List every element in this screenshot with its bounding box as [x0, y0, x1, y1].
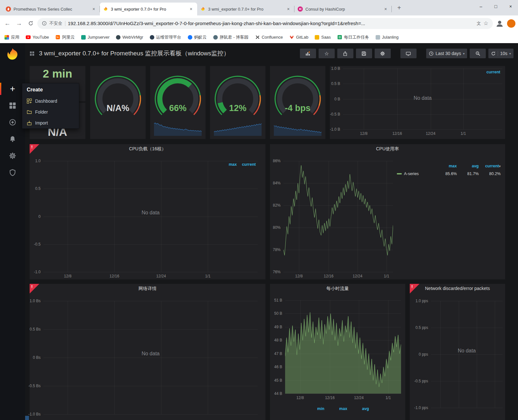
panel-title[interactable]: 每小时流量 [270, 284, 405, 293]
saas-icon [315, 35, 319, 40]
security-label[interactable]: 不安全 [49, 21, 62, 26]
bookmark-daily-tasks[interactable]: 每日工作任务 [337, 34, 369, 40]
time-range-button[interactable]: Last 30 days ▾ [426, 49, 467, 58]
tab-grafana-active[interactable]: 3 wmi_exporter 0.7.0+ for Pro × [100, 3, 197, 15]
legend-item[interactable]: min [317, 406, 324, 411]
save-button[interactable] [356, 49, 372, 58]
graph-legend: maxcurrent [229, 162, 256, 167]
legend-col-current[interactable]: current▾ [479, 164, 501, 168]
bookmark-webvirmgr[interactable]: WebVirMgr [116, 35, 143, 40]
tab-title: Consul by HashiCorp [305, 7, 380, 12]
panel-error-corner[interactable]: ! [30, 284, 39, 294]
bookmark-ops-platform[interactable]: 运维管理平台 [150, 34, 181, 40]
sidebar-explore-button[interactable] [0, 114, 25, 131]
sidebar-create-button[interactable]: + [0, 80, 25, 97]
legend-item[interactable]: avg [362, 406, 369, 411]
panel-gauge-cpu: 66% [150, 66, 206, 139]
x-axis-label: 12/8 [296, 396, 304, 400]
tab-close-icon[interactable]: × [285, 6, 291, 12]
extension-avatar-icon[interactable] [507, 19, 515, 28]
bookmark-confluence[interactable]: Confluence [255, 35, 283, 40]
url-text[interactable]: 192.168.2.85:3000/d/7UInHoGZz/3-wmi_expo… [68, 21, 474, 26]
tab-grafana-2[interactable]: 3 wmi_exporter 0.7.0+ for Pro × [197, 3, 294, 15]
x-axis-label: 12/16 [324, 274, 333, 278]
bookmark-antcloud[interactable]: 蚂蚁云 [188, 34, 207, 40]
legend-item[interactable]: max [339, 406, 347, 411]
legend-col-avg[interactable]: avg [457, 164, 479, 168]
dashboard-settings-button[interactable] [375, 49, 391, 58]
tab-close-icon[interactable]: × [188, 6, 194, 12]
profile-avatar-icon[interactable] [495, 19, 504, 28]
sidebar-alerting-button[interactable] [0, 131, 25, 147]
window-maximize-button[interactable]: □ [488, 0, 503, 13]
dashboard-title[interactable]: 3 wmi_exporter 0.7.0+ for Prometheus 监控展… [39, 49, 230, 58]
new-tab-button[interactable]: + [394, 3, 404, 13]
tab-title: 3 wmi_exporter 0.7.0+ for Pro [208, 7, 283, 12]
legend-item[interactable]: max [229, 162, 237, 167]
share-button[interactable] [337, 49, 353, 58]
zoom-out-button[interactable] [470, 49, 486, 58]
grafana-icon [103, 6, 108, 12]
back-button[interactable]: ← [3, 19, 12, 28]
bookmark-apps[interactable]: 应用 [5, 34, 19, 40]
cpu-load-chart: 1.00.50-0.5-1.012/812/1612/241/1No datam… [43, 161, 258, 272]
folder-icon [27, 109, 32, 115]
tab-close-icon[interactable]: × [91, 6, 97, 12]
grid-line [114, 161, 115, 272]
legend-item[interactable]: current [486, 70, 500, 74]
series-name[interactable]: A-series [404, 172, 419, 176]
x-axis-label: 12/16 [392, 131, 402, 136]
panel-title[interactable]: CPU负载（16核） [30, 144, 265, 153]
window-close-button[interactable]: × [503, 0, 518, 13]
panel-cpu-usage: CPU使用率 86%84%82%80%78%76%12/812/1612/241… [270, 144, 505, 279]
bookmark-aliyun[interactable]: 阿里云 [55, 34, 75, 40]
bookmark-youtube[interactable]: YouTube [26, 35, 49, 40]
panel-error-corner[interactable]: ! [410, 284, 419, 294]
bookmark-gitlab[interactable]: GitLab [289, 35, 308, 40]
add-panel-button[interactable] [300, 49, 316, 58]
zoom-out-icon [475, 51, 480, 56]
sidebar-configuration-button[interactable] [0, 147, 25, 164]
url-omnibox[interactable]: 不安全 192.168.2.85:3000/d/7UInHoGZz/3-wmi_… [37, 18, 493, 29]
bookmark-saas[interactable]: Saas [315, 35, 331, 40]
bookmark-julanling[interactable]: Julanling [376, 35, 398, 40]
legend-item[interactable]: current [242, 162, 256, 167]
star-button[interactable]: ☆ [319, 49, 335, 58]
bookmark-blog[interactable]: 胖鼠君 - 博客园 [213, 34, 249, 40]
bookmark-star-icon[interactable]: ☆ [484, 20, 488, 27]
tab-prometheus[interactable]: Prometheus Time Series Collec × [3, 3, 100, 15]
menu-item-dashboard[interactable]: Dashboard [22, 96, 79, 107]
grid-line [43, 217, 258, 217]
reload-button[interactable] [26, 19, 35, 28]
y-axis-label: -0.5 Bs [28, 384, 41, 388]
panel-title[interactable]: 网络详情 [30, 284, 265, 293]
youtube-icon [26, 35, 31, 39]
panel-title[interactable]: Network discarded/error packets [410, 284, 505, 293]
tab-consul[interactable]: Consul by HashiCorp × [294, 3, 392, 15]
forward-button[interactable]: → [14, 19, 24, 28]
gear-icon [9, 152, 16, 159]
sheets-icon [337, 35, 342, 39]
cycle-view-button[interactable] [400, 49, 417, 58]
panel-title[interactable]: CPU使用率 [270, 144, 505, 153]
panel-net-discard: ! Network discarded/error packets 1.0 pp… [410, 284, 505, 420]
tab-close-icon[interactable]: × [383, 6, 388, 12]
menu-item-import[interactable]: Import [22, 117, 79, 128]
y-axis-label: 1.0 pps [416, 299, 428, 303]
julanling-icon [376, 35, 380, 40]
sidebar-admin-button[interactable] [0, 164, 25, 181]
y-axis-label: 49 B [274, 325, 282, 329]
grafana-logo[interactable] [5, 47, 20, 64]
window-minimize-button[interactable]: – [474, 0, 488, 13]
refresh-button[interactable]: 10s ▾ [488, 49, 513, 58]
sidebar-dashboards-button[interactable] [0, 97, 25, 114]
panel-error-corner[interactable]: ! [30, 144, 39, 154]
info-icon[interactable] [42, 21, 47, 26]
legend-col-max[interactable]: max [435, 164, 457, 168]
y-axis-label: 45 B [274, 378, 282, 383]
translate-icon[interactable]: 文 [477, 21, 481, 26]
tab-title: Prometheus Time Series Collec [14, 7, 88, 12]
grid-line [208, 301, 208, 414]
bookmark-jumpserver[interactable]: Jumpserver [81, 35, 110, 40]
menu-item-folder[interactable]: Folder [22, 107, 79, 117]
